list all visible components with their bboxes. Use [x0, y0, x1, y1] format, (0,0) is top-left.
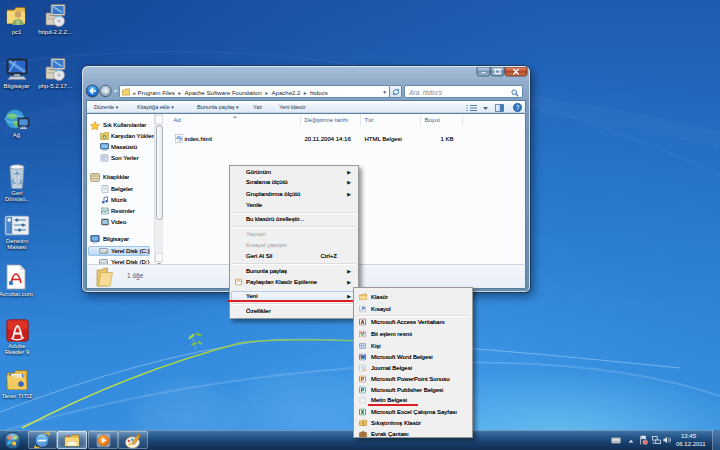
svg-text:?: ?	[516, 104, 520, 111]
svg-text:A: A	[360, 319, 364, 325]
svg-text:W: W	[360, 353, 365, 359]
